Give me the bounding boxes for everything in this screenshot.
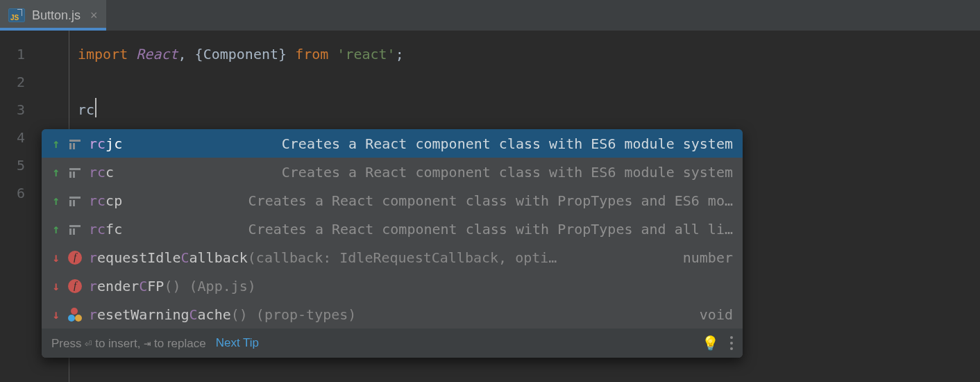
completion-label: renderCFP() (App.js) — [89, 278, 256, 294]
line-number: 6 — [0, 179, 25, 207]
svg-rect-6 — [69, 197, 81, 199]
line-number: 5 — [0, 151, 25, 179]
line-number: 2 — [0, 68, 25, 96]
arrow-up-icon: ↑ — [51, 222, 61, 236]
completion-item[interactable]: ↑rcfcCreates a React component class wit… — [42, 215, 743, 243]
completion-item[interactable]: ↑rcjcCreates a React component class wit… — [42, 129, 743, 158]
completion-item[interactable]: ↑rccCreates a React component class with… — [42, 158, 743, 186]
semicolon: ; — [396, 46, 404, 63]
svg-rect-2 — [73, 143, 75, 149]
function-icon: f — [68, 251, 82, 265]
kebab-menu-icon[interactable] — [730, 336, 733, 350]
arrow-up-icon: ↑ — [51, 193, 61, 208]
completion-description: Creates a React component class with Pro… — [236, 221, 733, 238]
completion-return-type: void — [688, 306, 733, 323]
svg-rect-1 — [69, 143, 71, 149]
completion-footer: Press ⏎ to insert, ⇥ to replaceNext Tip💡 — [42, 329, 743, 358]
completion-item[interactable]: ↑rccpCreates a React component class wit… — [42, 186, 743, 215]
function-icon: f — [68, 279, 82, 293]
identifier-react: React — [136, 46, 178, 63]
text-cursor — [95, 98, 96, 117]
svg-rect-3 — [69, 168, 81, 170]
arrow-down-icon: ↓ — [51, 279, 61, 293]
string-literal: 'react' — [337, 46, 395, 63]
completion-description: Creates a React component class with Pro… — [236, 192, 733, 209]
identifier-component: Component — [203, 46, 278, 63]
svg-rect-7 — [69, 200, 71, 206]
completion-item[interactable]: ↓resetWarningCache() (prop-types)void — [42, 300, 743, 329]
svg-rect-5 — [73, 172, 75, 178]
arrow-down-icon: ↓ — [51, 250, 61, 265]
completion-label: resetWarningCache() (prop-types) — [89, 306, 356, 323]
completion-item[interactable]: ↓frenderCFP() (App.js) — [42, 272, 743, 300]
brace: } — [278, 46, 295, 63]
autocomplete-popup: ↑rcjcCreates a React component class wit… — [42, 129, 743, 358]
tab-bar: Button.js × — [0, 0, 980, 31]
completion-return-type: number — [672, 249, 733, 266]
svg-rect-9 — [69, 225, 81, 227]
file-tab[interactable]: Button.js × — [0, 0, 106, 31]
completion-label: rcjc — [89, 135, 122, 152]
live-template-icon — [68, 138, 82, 149]
live-template-icon — [68, 167, 82, 178]
keyword-from: from — [295, 46, 328, 63]
svg-rect-8 — [73, 200, 75, 206]
footer-hint: Press ⏎ to insert, ⇥ to replace — [51, 336, 206, 351]
code-line-1[interactable]: import React, {Component} from 'react'; — [42, 40, 980, 68]
arrow-up-icon: ↑ — [51, 136, 61, 151]
svg-rect-0 — [69, 140, 81, 142]
completion-description: Creates a React component class with ES6… — [269, 164, 733, 181]
js-file-icon — [8, 8, 25, 22]
completion-description: Creates a React component class with ES6… — [269, 135, 733, 152]
multi-icon — [68, 308, 82, 322]
svg-rect-4 — [69, 172, 71, 178]
svg-rect-11 — [73, 229, 75, 235]
typed-text: rc — [78, 101, 94, 118]
line-number: 1 — [0, 40, 25, 68]
lightbulb-icon[interactable]: 💡 — [702, 335, 719, 351]
arrow-down-icon: ↓ — [51, 307, 61, 322]
line-number-gutter: 1 2 3 4 5 6 — [0, 31, 42, 382]
live-template-icon — [68, 224, 82, 235]
svg-rect-10 — [69, 229, 71, 235]
arrow-up-icon: ↑ — [51, 165, 61, 179]
close-icon[interactable]: × — [87, 9, 98, 22]
live-template-icon — [68, 195, 82, 206]
tab-filename: Button.js — [32, 8, 81, 23]
keyword-import: import — [78, 46, 128, 63]
next-tip-link[interactable]: Next Tip — [216, 336, 259, 350]
completion-item[interactable]: ↓frequestIdleCallback(callback: IdleRequ… — [42, 243, 743, 272]
completion-label: rccp — [89, 192, 122, 209]
code-line-2[interactable] — [42, 68, 980, 96]
code-line-3[interactable]: rc — [42, 96, 980, 124]
completion-label: rcfc — [89, 221, 122, 238]
line-number: 3 — [0, 96, 25, 124]
completion-label: rcc — [89, 164, 114, 181]
completion-label: requestIdleCallback(callback: IdleReques… — [89, 249, 557, 266]
brace: { — [187, 46, 203, 63]
comma: , — [178, 46, 187, 63]
line-number: 4 — [0, 124, 25, 151]
